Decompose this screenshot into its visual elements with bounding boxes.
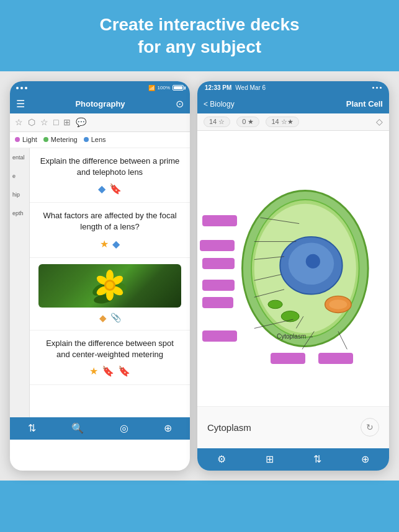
tablet-bottom-nav: ⚙ ⊞ ⇅ ⊕: [197, 448, 389, 471]
left-partial: ental e hip epth: [10, 148, 30, 417]
tablet-mockup: 12:33 PM Wed Mar 6 < Biology Plant Cell …: [197, 81, 389, 471]
menu-icon: ☰: [16, 98, 25, 110]
card-item-1[interactable]: Explain the difference between a prime a…: [30, 148, 190, 203]
toolbar-icon-3[interactable]: ☆: [40, 117, 48, 127]
svg-point-18: [329, 299, 347, 309]
bookmark-red-icon-2: 🔖: [118, 365, 130, 377]
wifi-icon: 📶: [148, 85, 155, 91]
header-title: Create interactive decks for any subject: [25, 14, 374, 59]
partial-text-1: ental: [12, 154, 27, 161]
tag-light[interactable]: Light: [15, 136, 37, 143]
cell-diagram: Cytoplasm →: [197, 131, 389, 406]
partial-text-4: epth: [12, 210, 27, 216]
label-box-8: [318, 353, 353, 364]
more-icon: ⊙: [176, 98, 184, 110]
content-area: 📶 100% ☰ Photography ⊙ ☆ ⬡ ☆ □ ⊞ 💬: [0, 71, 399, 481]
phone-bottom-nav: ⇅ 🔍 ◎ ⊕: [10, 417, 190, 440]
card-item-3[interactable]: ◆ 📎: [30, 258, 190, 330]
svg-point-16: [306, 254, 320, 268]
paperclip-icon: 📎: [110, 313, 121, 324]
card-title-4: Explain the difference between spot and …: [38, 338, 181, 360]
label-box-5: [202, 297, 233, 308]
tablet-bottom-sort-icon[interactable]: ⇅: [313, 453, 321, 465]
card-icons-1: ◆ 🔖: [38, 183, 181, 195]
app-header: Create interactive decks for any subject: [0, 0, 399, 71]
refresh-button[interactable]: ↻: [361, 418, 379, 437]
flower-svg: [91, 265, 128, 307]
bottom-nav-sort-icon[interactable]: ⇅: [28, 422, 36, 434]
diamond-blue-icon: ◆: [98, 183, 105, 195]
tag-dot-metering: [43, 137, 48, 142]
phone-toolbar: ☆ ⬡ ☆ □ ⊞ 💬: [10, 113, 190, 132]
card-item-4[interactable]: Explain the difference between spot and …: [30, 330, 190, 385]
battery-percentage: 100%: [158, 85, 170, 91]
tag-label-metering: Metering: [51, 136, 78, 143]
tag-lens[interactable]: Lens: [84, 136, 106, 143]
tablet-time: 12:33 PM: [205, 84, 231, 91]
battery-icon: [173, 85, 184, 91]
bookmark-green-icon: 🔖: [102, 365, 114, 377]
card-title-2: What factors are affected by the focal l…: [38, 210, 181, 233]
label-box-6: [202, 330, 237, 342]
tablet-bottom-settings-icon[interactable]: ⚙: [217, 453, 226, 465]
tablet-status-bar: 12:33 PM Wed Mar 6: [197, 81, 389, 95]
cards-area: ental e hip epth Explain the difference …: [10, 148, 190, 417]
toolbar-icon-6[interactable]: 💬: [76, 117, 86, 127]
diamond-blue-icon-2: ◆: [112, 238, 120, 250]
svg-line-28: [338, 331, 347, 349]
partial-text-2: e: [12, 173, 27, 179]
partial-text-3: hip: [12, 192, 27, 198]
phone-mockup: 📶 100% ☰ Photography ⊙ ☆ ⬡ ☆ □ ⊞ 💬: [10, 81, 190, 471]
svg-point-10: [106, 282, 114, 289]
label-box-7: [271, 353, 305, 364]
tablet-nav-bar: < Biology Plant Cell: [197, 95, 389, 113]
label-box-3: [202, 258, 235, 269]
toolbar-icon-5[interactable]: ⊞: [63, 117, 71, 127]
tablet-count-14b[interactable]: 14 ☆★: [266, 117, 298, 127]
tablet-count-0[interactable]: 0 ★: [236, 117, 259, 127]
label-box-2: [200, 240, 235, 251]
bottom-nav-search-icon[interactable]: 🔍: [71, 422, 84, 434]
tablet-count-14a[interactable]: 14 ☆: [204, 117, 230, 127]
tablet-time-date: 12:33 PM Wed Mar 6: [205, 84, 266, 91]
cytoplasm-pointer-label: Cytoplasm →: [277, 333, 314, 340]
tag-label-light: Light: [22, 136, 37, 143]
toolbar-icon-1[interactable]: ☆: [15, 117, 23, 127]
star-gold-icon: ★: [100, 238, 109, 250]
tablet-bottom-plus-icon[interactable]: ⊕: [361, 453, 369, 465]
toolbar-icon-2[interactable]: ⬡: [28, 117, 35, 127]
diamond-orange-icon: ◆: [99, 313, 107, 324]
tag-label-lens: Lens: [91, 136, 106, 143]
diamond-outline-icon[interactable]: ◇: [376, 117, 383, 126]
tablet-dots: [372, 87, 382, 89]
card-icons-2: ★ ◆: [38, 238, 181, 250]
svg-point-20: [268, 300, 282, 309]
tag-dot-lens: [84, 137, 89, 142]
toolbar-icon-4[interactable]: □: [53, 117, 58, 127]
bottom-nav-circle-icon[interactable]: ◎: [120, 422, 128, 434]
tablet-back-button[interactable]: < Biology: [204, 100, 235, 109]
phone-dots: [16, 87, 27, 89]
answer-text: Cytoplasm: [207, 422, 251, 433]
star-gold-icon-2: ★: [89, 365, 98, 377]
bottom-nav-plus-icon[interactable]: ⊕: [164, 422, 172, 434]
phone-tags: Light Metering Lens: [10, 132, 190, 148]
card-image-3: [38, 264, 181, 308]
tablet-answer-area: Cytoplasm ↻: [197, 406, 389, 448]
tag-metering[interactable]: Metering: [43, 136, 78, 143]
card-icons-3: ◆ 📎: [38, 313, 181, 324]
tablet-toolbar: 14 ☆ 0 ★ 14 ☆★ ◇: [197, 113, 389, 131]
phone-nav-bar: ☰ Photography ⊙: [10, 95, 190, 113]
tag-dot-light: [15, 137, 20, 142]
bookmark-red-icon: 🔖: [109, 183, 122, 195]
phone-nav-title: Photography: [75, 99, 125, 109]
card-title-1: Explain the difference between a prime a…: [38, 156, 181, 178]
label-box-1: [202, 215, 237, 226]
tablet-cell-diagram: Cytoplasm →: [197, 131, 389, 406]
tablet-bottom-grid-icon[interactable]: ⊞: [266, 453, 274, 465]
tablet-nav-title: Plant Cell: [346, 99, 383, 109]
phone-status-right: 📶 100%: [148, 85, 184, 91]
phone-status-bar: 📶 100%: [10, 81, 190, 95]
card-item-2[interactable]: What factors are affected by the focal l…: [30, 203, 190, 257]
cards-list: Explain the difference between a prime a…: [30, 148, 190, 417]
